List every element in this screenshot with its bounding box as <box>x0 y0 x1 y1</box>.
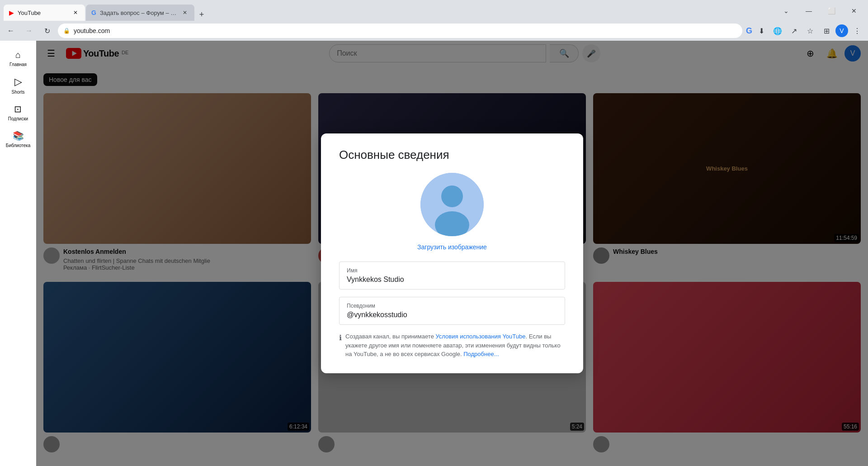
translate-icon[interactable]: 🌐 <box>770 24 785 38</box>
tab-youtube-title: YouTube <box>18 10 68 16</box>
dialog-name-input[interactable] <box>347 276 557 284</box>
tab-forum-title: Задать вопрос – Форум – YouTube <box>100 10 177 16</box>
sidebar-shorts-label: Shorts <box>12 90 25 95</box>
sidebar-home-label: Главная <box>9 62 27 67</box>
address-bar[interactable]: 🔒 youtube.com <box>58 24 742 38</box>
info-icon: ℹ <box>339 333 342 359</box>
youtube-app: ⌂ Главная ▷ Shorts ⊡ Подписки 📚 Библиоте… <box>0 41 868 466</box>
dialog-name-input-wrap: Имя <box>339 262 565 290</box>
new-tab-button[interactable]: + <box>195 8 208 21</box>
dialog-username-field: Псевдоним <box>339 297 565 325</box>
sidebar-item-home[interactable]: ⌂ Главная <box>4 46 33 71</box>
sidebar-item-shorts[interactable]: ▷ Shorts <box>4 72 33 98</box>
tab-youtube-favicon: ▶ <box>9 9 14 16</box>
address-text: youtube.com <box>74 27 737 34</box>
sidebar-library-label: Библиотека <box>6 143 30 148</box>
tab-youtube-close[interactable]: ✕ <box>71 9 80 17</box>
more-options-icon[interactable]: ⋮ <box>850 24 864 38</box>
subscriptions-icon: ⊡ <box>14 104 22 114</box>
tab-forum-close[interactable]: ✕ <box>181 9 189 17</box>
download-icon[interactable]: ⬇ <box>754 24 769 38</box>
home-icon: ⌂ <box>15 50 21 60</box>
shorts-icon: ▷ <box>14 76 22 88</box>
library-icon: 📚 <box>13 130 24 141</box>
window-controls: ⌄ — ⬜ ✕ <box>776 4 864 18</box>
browser-chrome: ▶ YouTube ✕ G Задать вопрос – Форум – Yo… <box>0 0 868 41</box>
tos-link[interactable]: Условия использования YouTube <box>435 333 525 340</box>
dialog-avatar-section: Загрузить изображение <box>339 173 565 251</box>
maximize-button[interactable]: ⬜ <box>821 4 842 18</box>
dialog: Основные сведения Загрузить изображение <box>321 133 583 373</box>
dialog-overlay[interactable]: Основные сведения Загрузить изображение <box>36 41 868 466</box>
sidebar-item-library[interactable]: 📚 Библиотека <box>0 127 36 152</box>
dialog-info-text: Создавая канал, вы принимаете Условия ис… <box>345 332 565 359</box>
dialog-title: Основные сведения <box>339 148 565 162</box>
tab-forum-favicon: G <box>91 9 96 16</box>
tab-youtube[interactable]: ▶ YouTube ✕ <box>4 5 85 21</box>
minimize-window-button[interactable]: — <box>798 4 819 18</box>
svg-point-3 <box>441 185 463 207</box>
upload-image-link[interactable]: Загрузить изображение <box>417 243 487 251</box>
browser-actions: G ⬇ 🌐 ↗ ☆ ⊞ V ⋮ <box>746 24 864 38</box>
extension-icon[interactable]: ⊞ <box>819 24 834 38</box>
sidebar: ⌂ Главная ▷ Shorts ⊡ Подписки 📚 Библиоте… <box>0 41 36 466</box>
dialog-username-label: Псевдоним <box>347 303 557 309</box>
back-button[interactable]: ← <box>4 24 18 38</box>
dialog-name-label: Имя <box>347 267 557 274</box>
reload-button[interactable]: ↻ <box>40 24 54 38</box>
sidebar-subscriptions-label: Подписки <box>8 116 28 121</box>
dialog-name-field: Имя <box>339 262 565 290</box>
main-content: ☰ YouTube DE 🔍 🎤 <box>36 41 868 466</box>
google-icon: G <box>746 26 752 36</box>
forward-button[interactable]: → <box>22 24 36 38</box>
dialog-username-input-wrap: Псевдоним <box>339 297 565 325</box>
lock-icon: 🔒 <box>63 28 70 34</box>
tab-forum[interactable]: G Задать вопрос – Форум – YouTube ✕ <box>86 5 194 21</box>
tab-bar: ▶ YouTube ✕ G Задать вопрос – Форум – Yo… <box>0 0 868 21</box>
bookmark-icon[interactable]: ☆ <box>803 24 817 38</box>
address-bar-row: ← → ↻ 🔒 youtube.com G ⬇ 🌐 ↗ ☆ ⊞ V ⋮ <box>0 21 868 41</box>
close-button[interactable]: ✕ <box>844 4 864 18</box>
dialog-avatar <box>420 173 484 236</box>
browser-profile-avatar[interactable]: V <box>835 24 848 37</box>
dialog-username-input[interactable] <box>347 311 557 319</box>
dialog-info: ℹ Создавая канал, вы принимаете Условия … <box>339 332 565 359</box>
sidebar-item-subscriptions[interactable]: ⊡ Подписки <box>3 100 33 125</box>
minimize-button[interactable]: ⌄ <box>776 4 797 18</box>
more-link[interactable]: Подробнее... <box>463 351 499 357</box>
share-icon[interactable]: ↗ <box>787 24 801 38</box>
